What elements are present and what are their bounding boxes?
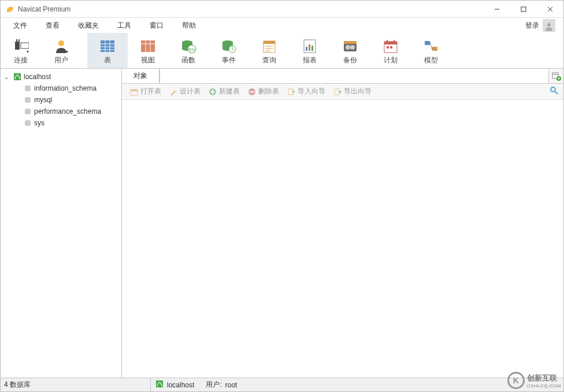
svg-marker-9 (27, 51, 29, 53)
menu-view[interactable]: 查看 (36, 18, 69, 33)
svg-rect-1 (521, 7, 526, 12)
svg-line-73 (555, 91, 558, 94)
close-button[interactable] (537, 1, 563, 18)
toolbar-function[interactable]: f(x) 函数 (168, 33, 209, 68)
watermark-sub: CXHLCQ.COM (527, 383, 561, 389)
expand-arrow-icon[interactable]: ⌄ (4, 74, 11, 80)
toolbar-report[interactable]: 报表 (290, 33, 330, 68)
toolbar-backup[interactable]: 备份 (330, 33, 370, 68)
object-tool-label: 新建表 (219, 87, 240, 96)
minimize-button[interactable] (484, 1, 510, 18)
mysql-connection-icon (13, 73, 21, 81)
window-controls (484, 1, 563, 18)
toolbar-query[interactable]: 查询 (249, 33, 290, 68)
svg-point-40 (350, 45, 355, 50)
object-tool-label: 设计表 (180, 87, 201, 96)
toolbar-schedule[interactable]: 计划 (370, 33, 411, 68)
schedule-icon (383, 38, 399, 54)
tree-database-node[interactable]: performance_schema (1, 106, 121, 117)
new-icon (209, 88, 217, 96)
design-icon (169, 88, 177, 96)
menu-file[interactable]: 文件 (4, 18, 36, 33)
maximize-button[interactable] (510, 1, 537, 18)
toolbar-event[interactable]: 事件 (209, 33, 249, 68)
workspace (122, 100, 563, 378)
export-icon (333, 88, 342, 96)
new-table-button[interactable]: 新建表 (205, 85, 243, 98)
plug-icon (13, 38, 29, 54)
delete-icon (248, 88, 256, 96)
tabstrip: 对象 (122, 69, 563, 84)
titlebar: Navicat Premium (1, 1, 563, 18)
backup-icon (342, 38, 358, 54)
search-button[interactable] (550, 86, 559, 97)
svg-rect-37 (311, 46, 313, 51)
toolbar-model-label: 模型 (424, 55, 438, 65)
report-icon (302, 38, 318, 54)
svg-rect-36 (309, 44, 310, 51)
svg-point-4 (547, 23, 551, 27)
svg-rect-8 (21, 43, 29, 48)
svg-rect-71 (335, 89, 339, 95)
status-connection-info: localhost 用户: root (151, 380, 242, 390)
svg-rect-47 (390, 46, 392, 48)
add-table-icon (552, 72, 561, 81)
database-label: information_schema (34, 84, 97, 92)
database-label: sys (34, 119, 44, 127)
svg-rect-12 (101, 40, 114, 52)
svg-rect-7 (18, 39, 20, 42)
toolbar-function-label: 函数 (181, 55, 195, 65)
toolbar-user[interactable]: 用户 (41, 33, 81, 68)
svg-rect-44 (387, 40, 388, 43)
object-toolbar: 打开表 设计表 新建表 删除表 导入向导 导出向导 (122, 84, 563, 100)
status-connection-name: localhost (167, 381, 194, 389)
menubar: 文件 查看 收藏夹 工具 窗口 帮助 登录 (1, 18, 563, 33)
login-link[interactable]: 登录 (525, 21, 539, 31)
tree-database-node[interactable]: information_schema (1, 83, 121, 94)
magnifier-icon (550, 86, 559, 95)
import-wizard-button[interactable]: 导入向导 (284, 85, 329, 98)
object-tool-label: 打开表 (140, 87, 161, 96)
object-tool-label: 删除表 (258, 87, 279, 96)
toolbar-model[interactable]: 模型 (411, 33, 451, 68)
export-wizard-button[interactable]: 导出向导 (330, 85, 375, 98)
open-table-button[interactable]: 打开表 (127, 85, 165, 98)
toolbar-table-label: 表 (104, 55, 111, 65)
toolbar-separator (84, 38, 85, 64)
toolbar-connection[interactable]: 连接 (1, 33, 41, 68)
toolbar-table[interactable]: 表 (87, 33, 128, 68)
tree-database-node[interactable]: mysql (1, 94, 121, 106)
delete-table-button[interactable]: 删除表 (244, 85, 283, 98)
tree-database-node[interactable]: sys (1, 117, 121, 129)
toolbar-user-label: 用户 (54, 55, 68, 65)
object-tool-label: 导出向导 (344, 87, 372, 96)
statusbar: 4 数据库 localhost 用户: root (1, 378, 563, 391)
svg-point-52 (432, 48, 433, 50)
svg-point-51 (429, 43, 431, 44)
menu-window[interactable]: 窗口 (140, 18, 173, 33)
svg-text:f(x): f(x) (188, 47, 195, 52)
tab-label: 对象 (133, 71, 147, 81)
svg-rect-46 (387, 46, 389, 48)
new-tab-button[interactable] (548, 69, 563, 83)
tree-connection-node[interactable]: ⌄ localhost (1, 71, 121, 83)
toolbar-view[interactable]: 视图 (128, 33, 168, 68)
main-area: ⌄ localhost information_schema mysql per… (1, 69, 563, 378)
database-icon (24, 84, 32, 92)
database-label: performance_schema (34, 107, 101, 115)
menu-favorites[interactable]: 收藏夹 (69, 18, 108, 33)
view-icon (140, 38, 156, 54)
event-icon (221, 38, 237, 54)
menu-help[interactable]: 帮助 (173, 18, 205, 33)
tab-objects[interactable]: 对象 (122, 69, 159, 83)
database-icon (24, 119, 32, 127)
avatar-icon[interactable] (543, 19, 555, 32)
menu-tools[interactable]: 工具 (108, 18, 140, 33)
search-input[interactable] (164, 70, 545, 82)
svg-rect-41 (344, 41, 357, 44)
app-icon (5, 5, 14, 14)
svg-rect-5 (15, 42, 20, 50)
design-table-button[interactable]: 设计表 (166, 85, 204, 98)
svg-rect-30 (264, 41, 275, 44)
model-icon (423, 38, 439, 54)
